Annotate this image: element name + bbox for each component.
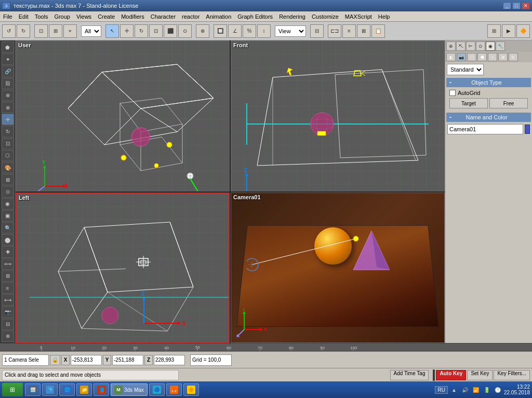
rpanel-shape-btn[interactable]: ⬟ (477, 53, 487, 61)
render-setup[interactable]: ⊞ (487, 24, 501, 38)
menu-edit[interactable]: Edit (16, 11, 32, 21)
viewport-left[interactable]: Left X (16, 193, 230, 344)
isolate-select[interactable]: ⊙ (2, 186, 14, 197)
rpanel-tab-display[interactable]: ◉ (486, 42, 495, 51)
x-input[interactable] (71, 355, 102, 365)
bind-to-space[interactable]: ⊗ (2, 90, 14, 101)
select-filter[interactable]: ⊠ (2, 174, 14, 185)
select-move-l[interactable]: ✛ (2, 114, 14, 125)
use-pivot[interactable]: ⊕ (196, 24, 209, 38)
taskbar-app-3[interactable]: 🌐 (59, 383, 75, 396)
z-input[interactable] (154, 355, 185, 365)
align-l[interactable]: ≡ (2, 282, 14, 294)
scale-tool-l[interactable]: ⊡ (2, 138, 14, 149)
lasso-button[interactable]: ⌖ (63, 24, 77, 38)
redo-button[interactable]: ↻ (17, 24, 30, 38)
rpanel-light-btn[interactable]: ◐ (446, 53, 456, 61)
taskbar-app-2[interactable]: 🐬 (42, 383, 58, 396)
close-button[interactable]: ✕ (522, 2, 530, 9)
menu-graph-editors[interactable]: Graph Editors (234, 11, 276, 21)
angle-snap[interactable]: ∠ (228, 24, 242, 38)
autogrid-checkbox[interactable] (449, 90, 456, 96)
active-shade[interactable]: 🔶 (516, 24, 530, 38)
taskbar-app-7[interactable]: 🔵 (149, 383, 165, 396)
rpanel-helper-btn[interactable]: + (488, 53, 497, 61)
create-shape[interactable]: ✦ (2, 53, 14, 65)
align-tool[interactable]: ≡ (342, 24, 356, 38)
viewport-user[interactable]: User (16, 40, 230, 191)
menu-modifiers[interactable]: Modifiers (118, 11, 148, 21)
menu-maxscript[interactable]: MAXScript (342, 11, 375, 21)
setkey-button[interactable]: Set Key (467, 370, 493, 380)
name-color-collapse[interactable]: - (449, 114, 451, 121)
add-time-tag-button[interactable]: Add Time Tag (390, 370, 429, 380)
select-uniform[interactable]: ⬛ (164, 24, 177, 38)
color-swatch[interactable] (525, 125, 530, 134)
snap-toggle[interactable]: 🔲 (214, 24, 227, 38)
select-move[interactable]: ✛ (120, 24, 134, 38)
mirror-l[interactable]: ⟺ (2, 258, 14, 270)
tray-datetime-icon[interactable]: 🕐 (493, 385, 502, 394)
menu-character[interactable]: Character (148, 11, 179, 21)
tray-battery[interactable]: 🔋 (482, 385, 491, 394)
display-floater[interactable]: ◉ (2, 198, 14, 210)
select-region-button[interactable]: ⊞ (49, 24, 62, 38)
tray-volume[interactable]: 🔊 (460, 385, 470, 394)
taskbar-app-3dsmax[interactable]: M 3ds Max (111, 383, 148, 396)
tray-arrow[interactable]: ▲ (449, 385, 459, 394)
select-tool[interactable]: ↖ (105, 24, 119, 38)
layer-manager[interactable]: 📋 (371, 24, 385, 38)
target-button[interactable]: Target (449, 98, 488, 108)
link-tool[interactable]: 🔗 (2, 65, 14, 77)
taskbar-app-5[interactable]: 📘 (94, 383, 109, 396)
select-button[interactable]: ⊡ (34, 24, 48, 38)
viewport-front[interactable]: Front (231, 40, 445, 191)
rpanel-tab-motion[interactable]: ⊙ (476, 42, 485, 51)
undo-button[interactable]: ↺ (2, 24, 16, 38)
select-by-material[interactable]: 🎨 (2, 162, 14, 173)
lang-button[interactable]: RU (435, 386, 447, 394)
lock-icon[interactable]: 🔒 (50, 355, 60, 365)
taskbar-app-4[interactable]: 📁 (76, 383, 92, 396)
normal-align[interactable]: ⊕ (2, 331, 14, 342)
menu-reactor[interactable]: reactor (179, 11, 203, 21)
named-selections[interactable]: ⊟ (310, 24, 324, 38)
menu-customize[interactable]: Customize (309, 11, 342, 21)
name-input[interactable] (447, 124, 523, 134)
view-dropdown[interactable]: View (275, 25, 306, 37)
maximize-button[interactable]: □ (512, 2, 521, 9)
menu-animation[interactable]: Animation (203, 11, 234, 21)
unlink-tool[interactable]: ⛓ (2, 78, 14, 89)
free-button[interactable]: Free (489, 98, 528, 108)
menu-create[interactable]: Create (95, 11, 118, 21)
xform-floater[interactable]: ✚ (2, 246, 14, 257)
viewport-camera[interactable]: Camera01 (231, 193, 445, 344)
mirror-tool[interactable]: ⊏⊐ (328, 24, 341, 38)
spacing-tool[interactable]: ⟷ (2, 294, 14, 306)
menu-tools[interactable]: Tools (32, 11, 51, 21)
layer-manager-l[interactable]: ▣ (2, 210, 14, 222)
rpanel-space-btn[interactable]: ⊗ (498, 53, 508, 61)
tray-network[interactable]: 📶 (471, 385, 481, 394)
spinner-snap[interactable]: ↕ (257, 24, 271, 38)
rpanel-tab-hierarchy[interactable]: ⊢ (466, 42, 475, 51)
taskbar-app-9[interactable]: 🔶 (183, 383, 199, 396)
vert-colors[interactable]: ⬤ (2, 234, 14, 245)
menu-file[interactable]: File (0, 11, 16, 21)
material-editor[interactable]: ⬡ (2, 150, 14, 161)
rpanel-tab-utilities[interactable]: 🔧 (496, 42, 505, 51)
menu-help[interactable]: Help (375, 11, 393, 21)
menu-rendering[interactable]: Rendering (276, 11, 309, 21)
select-rotate-l[interactable]: ↻ (2, 126, 14, 137)
array-tool[interactable]: ⊞ (2, 270, 14, 282)
autokey-button[interactable]: Auto Key (436, 370, 466, 380)
snapshot[interactable]: 📷 (2, 306, 14, 318)
menu-views[interactable]: Views (73, 11, 95, 21)
toggle-hierarchy[interactable]: ⊕ (2, 102, 14, 113)
standard-dropdown[interactable]: Standard (447, 64, 484, 75)
quick-render[interactable]: ▶ (502, 24, 515, 38)
select-scale[interactable]: ⊡ (149, 24, 163, 38)
taskbar-app-8[interactable]: 🦊 (166, 383, 182, 396)
select-rotate[interactable]: ↻ (135, 24, 148, 38)
taskbar-app-1[interactable]: 🪟 (25, 383, 41, 396)
